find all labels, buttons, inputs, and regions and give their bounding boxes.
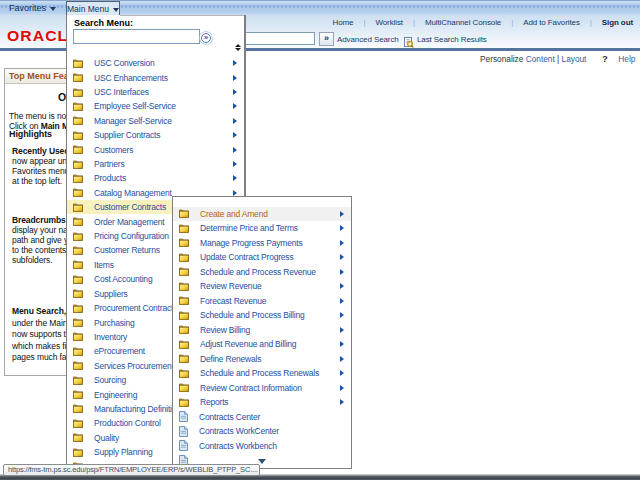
menu-item-label: Employee Self-Service <box>94 101 176 111</box>
triangle-up-icon <box>235 44 241 47</box>
advanced-search-link[interactable]: Advanced Search <box>337 35 399 44</box>
menu-search-go-button[interactable]: » <box>201 33 211 43</box>
submenu-item-review-revenue[interactable]: Review Revenue <box>173 279 351 294</box>
chevron-right-icon <box>340 385 347 391</box>
folder-icon <box>73 318 83 327</box>
folder-icon <box>73 203 83 212</box>
features-text-line: subfolders. <box>12 255 52 265</box>
submenu-item-contracts-workbench[interactable]: Contracts Workbench <box>173 439 351 454</box>
folder-icon <box>73 275 83 284</box>
nav-separator: | <box>413 18 415 27</box>
status-bar-url: https://fms-trn.ps.sc.edu/psp/FTRN/EMPLO… <box>3 464 260 476</box>
menu-item-label: Manage Progress Payments <box>200 238 302 248</box>
nav-link-worklist[interactable]: Worklist <box>375 18 403 27</box>
folder-icon <box>179 253 189 262</box>
chevron-right-icon <box>233 190 240 196</box>
chevron-right-icon <box>233 118 240 124</box>
chevron-right-icon <box>340 399 347 405</box>
submenu-item-define-renewals[interactable]: Define Renewals <box>173 352 351 367</box>
personalize-layout-link[interactable]: Layout <box>562 54 587 64</box>
folder-icon <box>179 369 189 378</box>
menu-item-label: Suppliers <box>94 289 128 299</box>
submenu-item-determine-price-and-terms[interactable]: Determine Price and Terms <box>173 221 351 236</box>
submenu-item-schedule-and-process-renewals[interactable]: Schedule and Process Renewals <box>173 366 351 381</box>
last-search-results-link[interactable]: Last Search Results <box>417 35 487 44</box>
menu-item-label: Supply Planning <box>94 447 152 457</box>
menu-item-label: Manager Self-Service <box>94 116 172 126</box>
menu-item-label: Schedule and Process Renewals <box>200 368 319 378</box>
help-link[interactable]: Help <box>618 54 635 64</box>
menu-item-usc-conversion[interactable]: USC Conversion <box>67 56 244 70</box>
nav-link-add-to-favorites[interactable]: Add to Favorites <box>523 18 580 27</box>
folder-icon <box>73 116 83 125</box>
folder-icon <box>73 145 83 154</box>
menu-item-label: Quality <box>94 433 119 443</box>
submenu-item-review-contract-information[interactable]: Review Contract Information <box>173 381 351 396</box>
chevron-right-icon <box>233 175 240 181</box>
menu-item-label: Purchasing <box>94 318 135 328</box>
features-bold-text: Menu Search, <box>12 306 66 316</box>
folder-icon <box>179 267 189 276</box>
chevron-right-icon <box>340 370 347 376</box>
favorites-menu-button[interactable]: Favorites <box>0 1 65 15</box>
menu-item-label: Review Billing <box>200 325 250 335</box>
folder-icon <box>73 332 83 341</box>
menu-search-label: Search Menu: <box>74 18 133 28</box>
submenu-item-update-contract-progress[interactable]: Update Contract Progress <box>173 250 351 265</box>
folder-icon <box>179 311 189 320</box>
submenu-item-manage-progress-payments[interactable]: Manage Progress Payments <box>173 236 351 251</box>
submenu-list: Create and Amend Determine Price and Ter… <box>173 207 351 468</box>
menu-item-label: Schedule and Process Billing <box>200 310 305 320</box>
menu-item-supplier-contracts[interactable]: Supplier Contracts <box>67 128 244 142</box>
features-highlights-heading: Highlights <box>9 129 52 139</box>
menu-item-label: Cost Accounting <box>94 274 152 284</box>
nav-separator: | <box>590 18 592 27</box>
nav-link-sign-out[interactable]: Sign out <box>602 18 633 27</box>
folder-icon <box>73 160 83 169</box>
submenu-item-review-billing[interactable]: Review Billing <box>173 323 351 338</box>
menu-item-label: Customer Contracts <box>94 202 166 212</box>
folder-icon <box>73 361 83 370</box>
menu-item-label: Create and Amend <box>200 209 268 219</box>
menu-item-label: Forecast Revenue <box>200 296 266 306</box>
page-icon <box>179 426 188 437</box>
submenu-item-schedule-and-process-billing[interactable]: Schedule and Process Billing <box>173 308 351 323</box>
menu-item-partners[interactable]: Partners <box>67 157 244 171</box>
folder-icon <box>73 448 83 457</box>
personalize-separator: | <box>557 54 559 64</box>
folder-icon <box>73 246 83 255</box>
submenu-item-forecast-revenue[interactable]: Forecast Revenue <box>173 294 351 309</box>
chevron-right-icon <box>233 161 240 167</box>
chevron-right-icon <box>340 312 347 318</box>
menu-item-label: Inventory <box>94 332 127 342</box>
nav-link-multichannel-console[interactable]: MultiChannel Console <box>425 18 501 27</box>
submenu-item-create-and-amend[interactable]: Create and Amend <box>173 207 351 222</box>
submenu-item-contracts-center[interactable]: Contracts Center <box>173 410 351 425</box>
chevron-right-icon <box>340 225 347 231</box>
nav-separator: | <box>363 18 365 27</box>
menu-item-products[interactable]: Products <box>67 171 244 185</box>
folder-icon <box>73 433 83 442</box>
submenu-item-schedule-and-process-revenue[interactable]: Schedule and Process Revenue <box>173 265 351 280</box>
chevron-right-icon <box>233 103 240 109</box>
folder-icon <box>73 419 83 428</box>
menu-item-manager-self-service[interactable]: Manager Self-Service <box>67 114 244 128</box>
chevron-right-icon <box>340 211 347 217</box>
chevron-right-icon <box>340 327 347 333</box>
menu-search-input[interactable] <box>73 29 200 44</box>
submenu-item-contracts-workcenter[interactable]: Contracts WorkCenter <box>173 424 351 439</box>
chevron-right-icon <box>233 60 240 66</box>
submenu-item-adjust-revenue-and-billing[interactable]: Adjust Revenue and Billing <box>173 337 351 352</box>
folder-icon <box>179 238 189 247</box>
main-menu-button[interactable]: Main Menu <box>66 1 120 16</box>
header-search-go-button[interactable]: » <box>319 32 334 46</box>
submenu-item-reports[interactable]: Reports <box>173 395 351 410</box>
menu-item-customers[interactable]: Customers <box>67 142 244 156</box>
features-bold-text: Breadcrumbs <box>12 215 66 225</box>
menu-item-usc-enhancements[interactable]: USC Enhancements <box>67 70 244 84</box>
nav-link-home[interactable]: Home <box>332 18 353 27</box>
personalize-content-link[interactable]: Content <box>526 54 555 64</box>
menu-item-employee-self-service[interactable]: Employee Self-Service <box>67 99 244 113</box>
menu-resize-handle-icon[interactable] <box>234 44 242 52</box>
menu-item-usc-interfaces[interactable]: USC Interfaces <box>67 85 244 99</box>
